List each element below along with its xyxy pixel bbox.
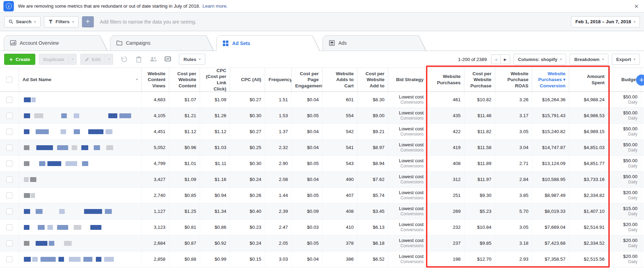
ad-set-name-cell[interactable] [19, 124, 142, 139]
table-row[interactable]: 2,684$0.87$0.92$0.242.05$0.05378$6.18Low… [0, 235, 644, 251]
export-button[interactable]: Export ▾ [612, 54, 640, 65]
cell-cpwc: $1.09 [169, 172, 200, 187]
column-header-spent[interactable]: Amount Spent [569, 68, 608, 92]
duplicate-button[interactable]: Duplicate ▾ [39, 54, 77, 65]
learn-more-link[interactable]: Learn more. [202, 3, 228, 9]
tab-campaigns[interactable]: Campaigns [110, 35, 214, 51]
caret-down-icon[interactable]: ▾ [69, 54, 77, 64]
row-checkbox[interactable] [6, 224, 12, 231]
cell-cppe: $0.05 [292, 235, 323, 251]
redaction-spacer [65, 209, 84, 214]
previous-page-button[interactable]: ◀ [491, 54, 501, 64]
select-all-cell [0, 68, 19, 92]
table-row[interactable]: 3,123$0.81$0.86$0.232.47$0.03410$6.13Low… [0, 219, 644, 235]
redaction-spacer [29, 129, 36, 134]
column-header-cpclink[interactable]: CPC (Cost per Link Click) [200, 68, 230, 92]
table-row[interactable]: 4,799$1.01$1.11$0.302.90$0.05543$8.94Low… [0, 156, 644, 172]
cell-main-value: $50.00 [623, 158, 637, 164]
ad-set-name-cell[interactable] [19, 203, 142, 219]
redacted-name [24, 193, 35, 198]
filters-button[interactable]: Filters ▾ [44, 16, 79, 27]
ad-set-name-cell[interactable] [19, 172, 142, 187]
tab-ads[interactable]: Ads [323, 35, 426, 51]
column-header-freq[interactable]: Frequency [265, 68, 292, 92]
column-header-roas[interactable]: Website Purchase ROAS [495, 68, 532, 92]
caret-down-icon[interactable]: ▾ [105, 54, 113, 64]
edit-button[interactable]: Edit ▾ [80, 54, 113, 65]
row-checkbox[interactable] [6, 176, 12, 183]
redaction-spacer [49, 129, 61, 134]
table-row[interactable]: 4,451$1.12$1.12$0.271.37$0.04542$9.21Low… [0, 124, 644, 140]
row-checkbox[interactable] [6, 97, 12, 103]
column-header-cpcall[interactable]: CPC (All) [230, 68, 265, 92]
next-page-button[interactable]: ▶ [500, 54, 510, 64]
cell-budget: $50.00Daily [608, 172, 641, 187]
tab-ad-sets[interactable]: Ad Sets [216, 35, 320, 51]
table-body: 4,683$1.07$1.09$0.271.51$0.04601$8.30Low… [0, 92, 644, 267]
filter-input-placeholder[interactable]: Add filters to narrow the data you are s… [100, 19, 568, 25]
row-checkbox[interactable] [6, 240, 12, 246]
add-filter-button[interactable]: + [82, 16, 94, 27]
column-header-wp[interactable]: Website Purchases [427, 68, 464, 92]
row-checkbox[interactable] [6, 129, 12, 135]
row-checkbox[interactable] [6, 208, 12, 215]
column-header-cpwatc[interactable]: Cost per Website Add to [357, 68, 388, 92]
cell-cpcall: $0.27 [230, 124, 265, 139]
row-checkbox[interactable] [6, 113, 12, 119]
tab-content: Campaigns [110, 35, 214, 51]
column-header-cpwc[interactable]: Cost per Website Content [169, 68, 200, 92]
row-checkbox[interactable] [6, 160, 12, 167]
table-row[interactable]: 1,127$1.25$1.34$0.402.39$0.09408$3.45Low… [0, 203, 644, 219]
date-range-button[interactable]: Feb 1, 2018 – Jun 7, 2018 ▾ [571, 16, 640, 27]
table-row[interactable]: 3,427$1.09$1.16$0.242.08$0.04490$7.62Low… [0, 172, 644, 188]
ad-set-name-cell[interactable] [19, 188, 142, 203]
search-button[interactable]: Search ▾ [4, 16, 40, 27]
column-header-bid[interactable]: Bid Strategy [388, 68, 427, 92]
cell-cpwc: $1.01 [169, 156, 200, 171]
column-header-wcv[interactable]: Website Content Views [142, 68, 169, 92]
table-row[interactable]: 4,105$1.21$1.26$0.301.53$0.05554$9.00Low… [0, 108, 644, 124]
select-all-checkbox[interactable] [6, 77, 12, 83]
column-header-cpwp[interactable]: Cost per Website Purchase [464, 68, 495, 92]
ad-set-name-cell[interactable] [19, 92, 142, 107]
row-checkbox[interactable] [6, 256, 12, 262]
charts-icon-button[interactable] [164, 55, 172, 63]
create-button[interactable]: + Create [4, 54, 35, 65]
cell-roas: 3.05 [495, 124, 532, 139]
history-icon-button[interactable] [120, 55, 128, 63]
breakdown-button[interactable]: Breakdown ▾ [570, 54, 608, 65]
table-row[interactable]: 2,740$0.85$0.94$0.261.44$0.05407$5.74Low… [0, 188, 644, 203]
ad-set-name-cell[interactable] [19, 219, 142, 235]
cell-bid: Lowest costConversions [388, 219, 427, 235]
audience-icon-button[interactable] [149, 55, 157, 63]
redacted-name-block [59, 209, 65, 214]
ad-set-name-cell[interactable] [19, 156, 142, 171]
delete-icon-button[interactable] [135, 55, 143, 63]
ad-set-name-cell[interactable] [19, 108, 142, 123]
cell-wpconv: $13,124.09 [532, 156, 569, 171]
table-row[interactable]: 2,858$0.88$0.99$0.153.03$0.04386$6.52Low… [0, 251, 644, 267]
column-header-cppe[interactable]: Cost per Page Engagement [292, 68, 323, 92]
column-header-name[interactable]: Ad Set Name▾ [19, 68, 142, 92]
rules-button[interactable]: Rules ▾ [179, 54, 205, 65]
column-header-wpconv[interactable]: Website Purchases ▾Conversion [532, 68, 569, 92]
redacted-name-block [81, 145, 88, 150]
table-row[interactable]: 4,683$1.07$1.09$0.271.51$0.04601$8.30Low… [0, 92, 644, 108]
row-checkbox[interactable] [6, 145, 12, 151]
ad-set-name-cell[interactable] [19, 251, 142, 267]
column-header-watc[interactable]: Website Adds to Cart [323, 68, 357, 92]
tab-account-overview[interactable]: Account Overview [4, 35, 108, 51]
toolbar-icon-group [120, 55, 172, 63]
cell-cpwp: $11.58 [464, 140, 495, 155]
ad-set-name-cell[interactable] [19, 140, 142, 155]
redaction-spacer [100, 145, 106, 150]
ad-set-name-cell[interactable] [19, 235, 142, 251]
cell-cpclink: $0.99 [200, 251, 230, 267]
table-row[interactable]: 5,052$0.96$1.03$0.252.32$0.04541$8.97Low… [0, 140, 644, 156]
close-notification-icon[interactable]: × [634, 3, 638, 10]
row-checkbox[interactable] [6, 192, 12, 199]
cell-freq: 2.32 [265, 140, 292, 155]
columns-button[interactable]: Columns: shopify ▾ [514, 54, 566, 65]
cell-roas: 2.71 [495, 156, 532, 171]
cell-cpclink: $0.92 [200, 235, 230, 251]
